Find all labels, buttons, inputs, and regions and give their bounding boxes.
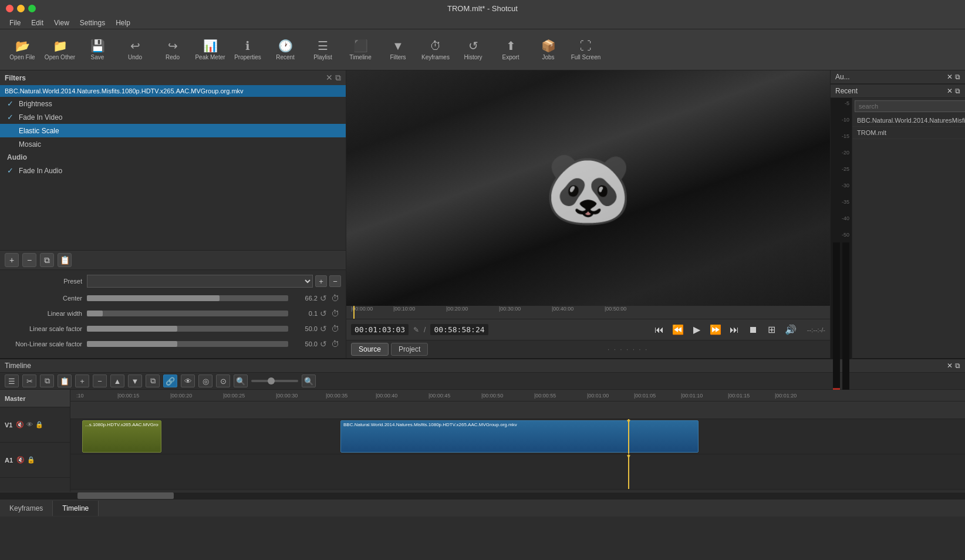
preset-add-button[interactable]: +	[315, 275, 327, 287]
keyframe-center-button[interactable]: ⏱	[329, 292, 341, 304]
timeline-cut-button[interactable]: ✂	[22, 375, 36, 387]
v1-lock-icon[interactable]: 🔒	[35, 421, 43, 429]
v1-clip-0[interactable]: ...s.1080p.HDTV.x265.AAC.MVGroup.org	[82, 420, 161, 453]
param-slider-nonlinear-scale[interactable]	[87, 339, 288, 349]
keyframes-button[interactable]: ⏱ Keyframes	[418, 32, 453, 68]
timeline-copy-button[interactable]: ⧉	[40, 375, 54, 387]
v1-eye-icon[interactable]: 👁	[26, 421, 33, 429]
timeline-tick-area[interactable]: |00:00:00 |00:10:00 |00:20:00 |00:30:00 …	[346, 306, 830, 319]
properties-button[interactable]: ℹ Properties	[230, 32, 265, 68]
play-button[interactable]: ▶	[690, 323, 704, 337]
timeline-remove-button[interactable]: −	[93, 375, 107, 387]
filters-button[interactable]: ▼ Filters	[380, 32, 416, 68]
undo-button[interactable]: ↩ Undo	[117, 32, 153, 68]
minimize-button[interactable]	[17, 5, 25, 12]
zoom-handle[interactable]	[268, 377, 275, 384]
copy-filter-button[interactable]: ⧉	[40, 253, 54, 267]
timeline-button[interactable]: ⬛ Timeline	[343, 32, 378, 68]
filter-item-elastic-scale[interactable]: ✓ Elastic Scale	[0, 124, 346, 137]
full-screen-button[interactable]: ⛶ Full Screen	[568, 32, 603, 68]
keyframe-linear-width-button[interactable]: ⏱	[329, 308, 341, 319]
jobs-button[interactable]: 📦 Jobs	[531, 32, 566, 68]
param-slider-linear-scale[interactable]	[87, 323, 288, 334]
timeline-hscroll[interactable]	[0, 492, 965, 499]
timeline-menu-button[interactable]: ☰	[5, 375, 19, 387]
filters-close-icon[interactable]: ✕	[326, 73, 333, 83]
filter-item-fade-in-video[interactable]: ✓ Fade In Video	[0, 110, 346, 124]
filter-item-mosaic[interactable]: ✓ Mosaic	[0, 137, 346, 151]
timeline-scrub-button[interactable]: 👁	[181, 375, 195, 387]
audio-float-icon[interactable]: ⧉	[955, 73, 960, 81]
menu-help[interactable]: Help	[111, 18, 135, 28]
reset-nonlinear-scale-button[interactable]: ↺	[318, 338, 329, 350]
rewind-button[interactable]: ⏪	[671, 323, 685, 337]
hscroll-thumb[interactable]	[77, 492, 174, 499]
param-slider-linear-width[interactable]	[87, 308, 288, 319]
recent-close-icon[interactable]: ✕	[947, 87, 953, 95]
timeline-overwrite-button[interactable]: ▼	[128, 375, 142, 387]
menu-edit[interactable]: Edit	[26, 18, 48, 28]
paste-filter-button[interactable]: 📋	[58, 253, 72, 267]
stop-button[interactable]: ⏹	[746, 323, 760, 337]
timeline-paste-button[interactable]: 📋	[58, 375, 72, 387]
v1-mute-icon[interactable]: 🔇	[16, 421, 24, 429]
playlist-button[interactable]: ☰ Playlist	[305, 32, 340, 68]
timeline-float-icon[interactable]: ⧉	[955, 362, 960, 370]
recent-item-0[interactable]: BBC.Natural.World.2014.NaturesMisfi...	[852, 114, 965, 127]
timecode-edit-button[interactable]: ✎	[413, 326, 419, 334]
track-content[interactable]: :10 |00:00:15 |00:00:20 |00:00:25 |00:00…	[70, 390, 965, 492]
search-input[interactable]	[855, 100, 965, 112]
timecode-current[interactable]: 00:01:03:03	[351, 324, 409, 335]
recent-item-1[interactable]: TROM.mlt	[852, 127, 965, 139]
v1-clip-1[interactable]: BBC.Natural.World.2014.Natures.Misfits.1…	[340, 420, 699, 453]
history-button[interactable]: ↺ History	[455, 32, 491, 68]
timeline-add-button[interactable]: +	[75, 375, 89, 387]
reset-center-button[interactable]: ↺	[318, 292, 329, 304]
skip-start-button[interactable]: ⏮	[652, 323, 666, 337]
tab-keyframes[interactable]: Keyframes	[0, 501, 53, 516]
reset-linear-width-button[interactable]: ↺	[318, 308, 329, 319]
menu-view[interactable]: View	[49, 18, 74, 28]
audio-close-icon[interactable]: ✕	[947, 73, 953, 81]
zoom-out-button[interactable]: 🔍	[234, 375, 248, 387]
keyframe-nonlinear-scale-button[interactable]: ⏱	[329, 338, 341, 350]
timeline-close-icon[interactable]: ✕	[947, 362, 953, 370]
skip-end-button[interactable]: ⏭	[727, 323, 741, 337]
preview-timeline-bar[interactable]: |00:00:00 |00:10:00 |00:20:00 |00:30:00 …	[346, 306, 830, 319]
volume-button[interactable]: 🔊	[784, 323, 798, 337]
source-tab[interactable]: Source	[351, 343, 389, 356]
timeline-ripple-all-button[interactable]: ⊙	[216, 375, 230, 387]
a1-lock-icon[interactable]: 🔒	[27, 456, 35, 464]
play-forward-button[interactable]: ⏩	[708, 323, 723, 337]
close-button[interactable]	[6, 5, 14, 12]
timeline-snap-button[interactable]: 🔗	[163, 375, 177, 387]
menu-settings[interactable]: Settings	[75, 18, 110, 28]
timeline-split-button[interactable]: ⧉	[146, 375, 160, 387]
tab-timeline[interactable]: Timeline	[53, 501, 99, 516]
add-filter-button[interactable]: +	[5, 253, 19, 267]
filter-item-brightness[interactable]: ✓ Brightness	[0, 97, 346, 110]
menu-file[interactable]: File	[5, 18, 25, 28]
a1-mute-icon[interactable]: 🔇	[16, 456, 25, 464]
open-other-button[interactable]: 📁 Open Other	[42, 32, 77, 68]
recent-float-icon[interactable]: ⧉	[955, 87, 960, 95]
keyframe-linear-scale-button[interactable]: ⏱	[329, 323, 341, 335]
grid-button[interactable]: ⊞	[765, 323, 779, 337]
timeline-lift-button[interactable]: ▲	[110, 375, 124, 387]
export-button[interactable]: ⬆ Export	[493, 32, 528, 68]
filter-item-fade-in-audio[interactable]: ✓ Fade In Audio	[0, 164, 346, 177]
redo-button[interactable]: ↪ Redo	[155, 32, 190, 68]
param-slider-center[interactable]	[87, 293, 288, 303]
filters-float-icon[interactable]: ⧉	[335, 73, 341, 83]
zoom-slider[interactable]	[251, 380, 298, 382]
remove-filter-button[interactable]: −	[22, 253, 36, 267]
preset-select[interactable]	[87, 275, 313, 288]
reset-linear-scale-button[interactable]: ↺	[318, 323, 329, 335]
recent-button[interactable]: 🕐 Recent	[268, 32, 303, 68]
zoom-in-button[interactable]: 🔍	[302, 375, 316, 387]
peak-meter-button[interactable]: 📊 Peak Meter	[193, 32, 228, 68]
timeline-ripple-button[interactable]: ◎	[198, 375, 212, 387]
open-file-button[interactable]: 📂 Open File	[5, 32, 40, 68]
project-tab[interactable]: Project	[391, 343, 428, 356]
preset-remove-button[interactable]: −	[329, 275, 341, 287]
